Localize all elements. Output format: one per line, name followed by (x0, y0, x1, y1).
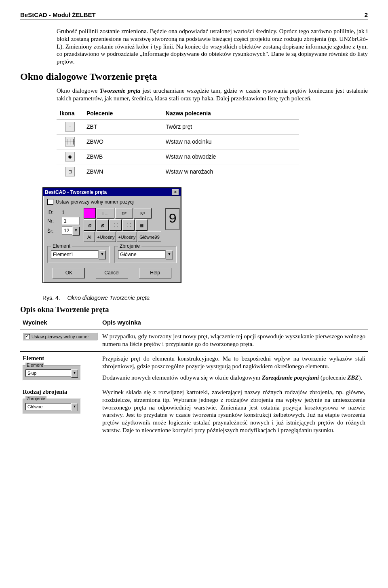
al-button[interactable]: Al (84, 231, 95, 242)
page-header: BeStCAD - Moduł ŻELBET 2 (20, 11, 368, 19)
zbwn-icon: ⊡ (65, 167, 75, 176)
checkbox-label: Ustaw pierwszy wolny numer pozycji (56, 199, 135, 205)
zbwb-icon: ◉ (65, 152, 75, 161)
checkbox-first-free-number[interactable] (47, 199, 53, 205)
cmd-name: Wstaw w narożach (162, 164, 299, 179)
mini-element-combo[interactable]: Słup ▼ (25, 369, 78, 378)
row1-desc: W przypadku, gdy tworzony jest nowy pręt… (100, 329, 368, 352)
ok-button[interactable]: OK (53, 268, 85, 278)
cmd-name: Wstaw na obwodzie (162, 149, 299, 164)
subsection-title: Opis okna Tworzenie pręta (20, 305, 368, 314)
mini-element-value: Słup (25, 369, 71, 377)
zbrojenie-value: Główne (118, 250, 166, 259)
R-button[interactable]: R* (115, 208, 133, 219)
dialog-name: Tworzenie pręta (100, 87, 141, 94)
row2-title: Element (23, 355, 97, 362)
pattern-c-icon[interactable]: ▦ (135, 219, 148, 231)
chevron-down-icon[interactable]: ▼ (99, 250, 106, 259)
diameter-slash-icon[interactable]: ⌀̷ (97, 219, 109, 231)
pattern-b-icon[interactable]: ⛶ (122, 219, 135, 231)
dialog-title: BestCAD - Tworzenie pręta (45, 189, 107, 195)
id-label: ID: (47, 210, 59, 215)
section-intro-paragraph: Okno dialogowe Tworzenie pręta jest uruc… (57, 87, 368, 102)
mini-checkbox-widget: ✓ Ustaw pierwszy wolny numer (23, 333, 97, 340)
mini-element-fieldset: Element Słup ▼ (23, 365, 81, 380)
glowne99-button[interactable]: Główne99 (138, 231, 161, 242)
description-table: Wycinek Opis wycinka ✓ Ustaw pierwszy wo… (20, 316, 368, 437)
N-button[interactable]: N* (134, 208, 152, 219)
chevron-down-icon[interactable]: ▼ (71, 403, 78, 411)
cmd-code: ZBWB (83, 149, 162, 164)
cancel-button[interactable]: Cancel (96, 268, 128, 278)
sr-label: Śr: (47, 228, 59, 234)
mini-zbrojenie-fieldset: Zbrojenie Główne ▼ (23, 399, 81, 414)
col-wycinek: Wycinek (20, 316, 100, 329)
zbwo-icon: ┼┼┼ (65, 137, 75, 146)
cmd-name: Wstaw na odcinku (162, 134, 299, 149)
table-row: ┼┼┼ ZBWO Wstaw na odcinku (57, 134, 299, 149)
sr-value: 12 (62, 227, 72, 235)
help-button[interactable]: Help (139, 268, 171, 278)
col-opis: Opis wycinka (100, 316, 368, 329)
header-page-number: 2 (365, 11, 368, 18)
table-row: ◉ ZBWB Wstaw na obwodzie (57, 149, 299, 164)
row2-p2: Dodawanie nowych elementów odbywa się w … (102, 374, 365, 382)
row3-desc: Wycinek składa się z rozwijanej kartotek… (100, 385, 368, 437)
dialog-tworzenie-preta: BestCAD - Tworzenie pręta × Ustaw pierws… (42, 187, 181, 283)
mini-element-legend: Element (25, 363, 44, 367)
ukosny2-button[interactable]: +Ukośny (117, 231, 137, 242)
checkbox-icon[interactable]: ✓ (25, 334, 30, 339)
sr-combo[interactable]: 12▼ (62, 227, 80, 236)
figure-label: Rys. 4. (42, 295, 60, 301)
section-title: Okno dialogowe Tworzenie pręta (20, 71, 368, 82)
pattern-a-icon[interactable]: ⛶ (110, 219, 122, 231)
big-number-display: 9 (165, 208, 180, 230)
ukosny1-button[interactable]: +Ukośny (96, 231, 116, 242)
dialog-titlebar: BestCAD - Tworzenie pręta × (43, 188, 181, 196)
col-ikona: Ikona (57, 108, 83, 119)
zarzadzanie-pozycjami: Zarządzanie pozycjami (262, 374, 319, 381)
chevron-down-icon[interactable]: ▼ (72, 227, 80, 236)
text: Dodawanie nowych elementów odbywa się w … (102, 374, 262, 381)
table-row: ✓ Ustaw pierwszy wolny numer W przypadku… (20, 329, 368, 352)
fieldset-zbrojenie: Zbrojenie Główne ▼ (114, 246, 177, 263)
mini-zbrojenie-value: Główne (25, 403, 71, 410)
cmd-code: ZBWO (83, 134, 162, 149)
mini-zbrojenie-legend: Zbrojenie (25, 396, 46, 401)
element-combo[interactable]: Element1 ▼ (51, 250, 106, 259)
table-row: Element Element Słup ▼ Przypisuje pręt d… (20, 351, 368, 385)
table-row: Rodzaj zbrojenia Zbrojenie Główne ▼ Wyci… (20, 385, 368, 437)
row3-title: Rodzaj zbrojenia (23, 388, 97, 395)
close-icon[interactable]: × (172, 189, 179, 195)
mini-zbrojenie-combo[interactable]: Główne ▼ (25, 403, 78, 411)
text: ). (358, 374, 362, 381)
table-row: ⌐ ZBT Twórz pręt (57, 119, 299, 134)
zbz-command: ZBZ (347, 374, 358, 381)
fieldset-element: Element Element1 ▼ (47, 246, 110, 263)
diameter-icon[interactable]: ⌀ (84, 219, 96, 231)
chevron-down-icon[interactable]: ▼ (166, 250, 173, 259)
text: (polecenie (319, 374, 347, 381)
mini-checkbox-label: Ustaw pierwszy wolny numer (32, 334, 89, 339)
table-row: ⊡ ZBWN Wstaw w narożach (57, 164, 299, 179)
header-title: BeStCAD - Moduł ŻELBET (20, 11, 96, 18)
element-value: Element1 (51, 250, 99, 259)
zbt-icon: ⌐ (65, 122, 75, 132)
chevron-down-icon[interactable]: ▼ (71, 369, 78, 378)
zbrojenie-combo[interactable]: Główne ▼ (118, 250, 173, 259)
row2-p1: Przypisuje pręt do elementu konstrukcyjn… (102, 355, 365, 370)
element-legend: Element (51, 243, 72, 249)
nr-label: Nr: (47, 218, 59, 224)
figure-text: Okno dialogowe Tworzenie pręta (67, 295, 150, 301)
nr-input[interactable]: 1 (62, 217, 80, 225)
col-nazwa: Nazwa polecenia (162, 108, 299, 119)
cmd-name: Twórz pręt (162, 119, 299, 134)
cmd-code: ZBWN (83, 164, 162, 179)
color-swatch[interactable] (84, 208, 96, 219)
cmd-code: ZBT (83, 119, 162, 134)
L-button[interactable]: L... (97, 208, 114, 219)
text: Okno dialogowe (57, 87, 100, 94)
commands-table: Ikona Polecenie Nazwa polecenia ⌐ ZBT Tw… (57, 108, 299, 179)
id-value: 1 (62, 210, 65, 215)
figure-caption: Rys. 4. Okno dialogowe Tworzenie pręta (42, 295, 368, 301)
